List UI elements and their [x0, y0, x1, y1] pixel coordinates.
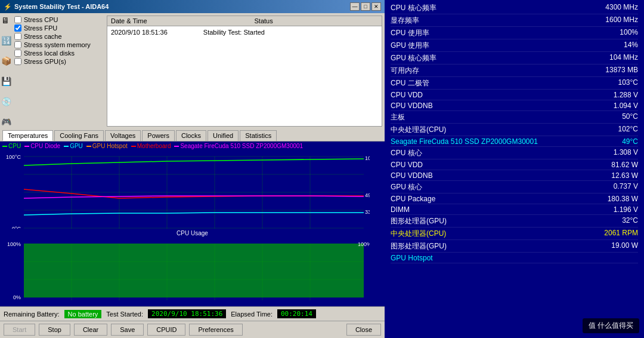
info-row-gpu-power: 图形处理器(GPU) 19.00 W	[391, 241, 638, 253]
title-controls: — □ ✕	[350, 2, 381, 11]
cpu-freq-value: 4300 MHz	[605, 3, 638, 13]
watermark: 值 什么值得买	[583, 318, 639, 333]
datetime-value: 2020/9/10 18:51:36	[111, 29, 168, 36]
tab-cooling-fans[interactable]: Cooling Fans	[54, 130, 104, 141]
svg-text:100%: 100%	[358, 241, 370, 247]
stress-fpu-checkbox[interactable]	[14, 24, 21, 32]
tab-temperatures[interactable]: Temperatures	[2, 130, 53, 141]
cpu-usage-chart: CPU Usage 100% 0% 100%	[0, 229, 385, 306]
test-started-label: Test Started:	[106, 311, 143, 318]
stress-system-memory-checkbox[interactable]	[14, 41, 21, 48]
close-button[interactable]: Close	[346, 324, 381, 336]
status-panel: Date & Time Status 2020/9/10 18:51:36 St…	[107, 16, 382, 127]
remaining-battery-label: Remaining Battery:	[4, 311, 60, 318]
stress-cache-label: Stress cache	[24, 33, 62, 40]
datetime-header: Date & Time	[111, 17, 147, 24]
avail-mem-value: 13873 MB	[605, 66, 638, 76]
tab-powers[interactable]: Powers	[142, 130, 175, 141]
stress-cpu-checkbox[interactable]	[14, 16, 21, 23]
legend-cpu-dot	[2, 146, 7, 147]
cpu-usage-label: CPU 使用率	[391, 28, 429, 38]
status-bar: Remaining Battery: No battery Test Start…	[0, 306, 385, 321]
tab-statistics[interactable]: Statistics	[240, 130, 277, 141]
maximize-button[interactable]: □	[361, 2, 370, 11]
legend-motherboard-dot	[131, 146, 136, 147]
cpu-vddnb-w-value: 12.63 W	[611, 171, 638, 180]
stress-local-disks-checkbox[interactable]	[14, 50, 21, 57]
elapsed-time-value: 00:20:14	[277, 309, 316, 318]
svg-rect-31	[24, 244, 364, 297]
cpu-package-label: CPU Package	[391, 195, 435, 203]
tab-voltages[interactable]: Voltages	[105, 130, 141, 141]
info-row-gpu-temp: 图形处理器(GPU) 32°C	[391, 216, 638, 228]
close-button[interactable]: ✕	[371, 2, 381, 11]
ssd-temp-value: 49°C	[622, 137, 638, 146]
cpu-diode-value: 103°C	[618, 78, 639, 88]
icon-sidebar: 🖥 🔢 📦 💾 💿 🎮	[0, 13, 12, 129]
gpu-usage-label: GPU 使用率	[391, 41, 429, 51]
stress-cpu-icon: 🖥	[1, 16, 11, 25]
info-row-gpu-usage: GPU 使用率 14%	[391, 40, 638, 52]
legend-ssd-label: Seagate FireCuda 510 SSD ZP2000GM30001	[180, 143, 303, 149]
save-button[interactable]: Save	[111, 324, 144, 336]
cpu-vdd-label: CPU VDD	[391, 91, 423, 99]
stress-cpu-checkbox-item: Stress CPU	[14, 16, 102, 24]
tab-unified[interactable]: Unified	[208, 130, 239, 141]
ssd-temp-label: Seagate FireCuda 510 SSD ZP2000GM30001	[391, 137, 538, 146]
svg-text:100%: 100%	[7, 241, 21, 247]
cpu-core-v-label: CPU 核心	[391, 148, 422, 158]
legend-gpu-hotspot-label: GPU Hotspot	[92, 143, 128, 149]
cpu-package-value: 180.38 W	[608, 195, 638, 203]
status-row: 2020/9/10 18:51:36 Stability Test: Start…	[107, 26, 382, 38]
minimize-button[interactable]: —	[350, 2, 360, 11]
legend-gpu: GPU	[64, 143, 83, 149]
stop-button[interactable]: Stop	[39, 324, 70, 336]
window-title: System Stability Test - AIDA64	[14, 3, 109, 10]
svg-rect-0	[0, 150, 370, 229]
stress-gpus-label: Stress GPU(s)	[24, 58, 66, 65]
stress-gpus-checkbox[interactable]	[14, 58, 21, 65]
tab-clocks[interactable]: Clocks	[176, 130, 206, 141]
stress-cache-checkbox[interactable]	[14, 33, 21, 40]
charts-area: CPU CPU Diode GPU GPU Hotspot Motherboar…	[0, 142, 385, 306]
stress-fpu-checkbox-item: Stress FPU	[14, 24, 102, 32]
cpu-vdd-w-label: CPU VDD	[391, 161, 423, 169]
status-header: Date & Time Status	[107, 16, 382, 26]
info-row-cpu-diode: CPU 二极管 103°C	[391, 78, 638, 90]
info-row-cpu-fan: 中央处理器(CPU) 2061 RPM	[391, 228, 638, 240]
gpu-freq-label: GPU 核心频率	[391, 53, 436, 63]
vram-freq-label: 显存频率	[391, 16, 419, 26]
gpu-freq-value: 104 MHz	[609, 53, 638, 63]
svg-text:102.03: 102.03	[365, 155, 370, 161]
stress-disk-icon: 💿	[1, 97, 11, 106]
info-row-cpu-vdd-w: CPU VDD 81.62 W	[391, 160, 638, 170]
elapsed-time-label: Elapsed Time:	[231, 311, 273, 318]
gpu-temp-value: 32°C	[622, 216, 638, 226]
info-row-cpu-core-v: CPU 核心 1.308 V	[391, 148, 638, 159]
temp-chart-svg: 100°C 0°C 18:51:36 102.03 49.50 33.33	[0, 150, 370, 229]
svg-text:49.50: 49.50	[365, 192, 370, 198]
dimm-value: 1.196 V	[614, 205, 638, 214]
start-button[interactable]: Start	[4, 324, 35, 336]
cpuid-button[interactable]: CPUID	[147, 324, 185, 336]
clear-button[interactable]: Clear	[74, 324, 107, 336]
info-row-gpu-freq: GPU 核心频率 104 MHz	[391, 53, 638, 64]
info-row-vram-freq: 显存频率 1600 MHz	[391, 15, 638, 27]
stress-fpu-label: Stress FPU	[24, 24, 57, 32]
cpu-vdd-w-value: 81.62 W	[611, 161, 638, 169]
top-section: 🖥 🔢 📦 💾 💿 🎮 Stress CPU Stress FPU Stress…	[0, 13, 385, 129]
gpu-power-value: 19.00 W	[611, 241, 638, 251]
info-row-motherboard: 主板 50°C	[391, 112, 638, 124]
tabs-bar: Temperatures Cooling Fans Voltages Power…	[0, 129, 385, 142]
motherboard-label: 主板	[391, 112, 405, 122]
battery-value: No battery	[64, 310, 102, 318]
app-icon: ⚡	[4, 3, 12, 11]
preferences-button[interactable]: Preferences	[189, 324, 242, 336]
temperature-chart: CPU CPU Diode GPU GPU Hotspot Motherboar…	[0, 142, 385, 229]
cpu-temp-label: 中央处理器(CPU)	[391, 125, 446, 135]
cpu-core-v-value: 1.308 V	[614, 148, 638, 158]
svg-text:33.33: 33.33	[365, 209, 370, 215]
stress-local-disks-label: Stress local disks	[24, 50, 75, 57]
svg-text:0%: 0%	[13, 294, 21, 300]
cpu-chart-title: CPU Usage	[0, 229, 385, 238]
